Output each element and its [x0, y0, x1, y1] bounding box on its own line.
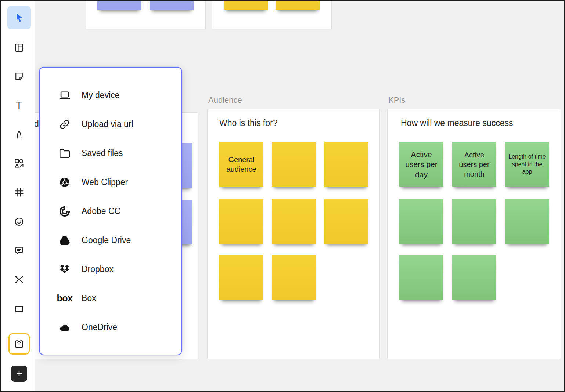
sticky-note[interactable] — [452, 255, 496, 300]
google-drive-icon — [58, 234, 71, 247]
menu-item-label: OneDrive — [82, 322, 117, 332]
pen-icon — [14, 129, 24, 139]
box-logo: box — [58, 292, 71, 305]
sticky-note[interactable] — [324, 142, 368, 187]
templates-icon — [14, 43, 24, 53]
menu-item-label: My device — [82, 90, 120, 100]
sticky-note[interactable]: Active users per day — [399, 142, 443, 187]
cursor-icon — [14, 12, 25, 23]
laptop-icon — [58, 89, 71, 102]
menu-item-label: Saved files — [82, 148, 123, 158]
sticky-text: Active users per day — [402, 149, 440, 179]
sticky-note[interactable] — [324, 199, 368, 244]
sticky-note[interactable] — [272, 142, 316, 187]
folder-icon — [58, 147, 71, 160]
sticky-text: Active users per month — [455, 150, 493, 179]
dropbox-icon — [58, 263, 71, 276]
menu-item-my-device[interactable]: My device — [40, 81, 181, 110]
upload-icon — [14, 339, 24, 349]
stickers-tool-button[interactable] — [10, 213, 28, 231]
whiteboard-app: d Audience Who is this for? General audi… — [0, 0, 565, 392]
sticky-note[interactable] — [219, 199, 263, 244]
menu-item-label: Box — [82, 293, 96, 303]
menu-item-upload-via-url[interactable]: Upload via url — [40, 110, 181, 139]
toolbar: T — [1, 1, 35, 391]
menu-item-label: Dropbox — [82, 264, 114, 274]
sticker-smiley-icon — [14, 217, 24, 227]
text-tool-button[interactable]: T — [10, 97, 28, 114]
menu-item-label: Upload via url — [82, 119, 133, 129]
sticky-note-tool-button[interactable] — [10, 68, 28, 85]
sticky-note[interactable] — [399, 255, 443, 300]
card-tool-button[interactable] — [10, 300, 28, 318]
sticky-note-icon — [14, 71, 24, 81]
sticky-note[interactable] — [150, 0, 194, 10]
onedrive-icon — [58, 321, 71, 334]
chrome-icon — [58, 176, 71, 189]
menu-item-saved-files[interactable]: Saved files — [40, 139, 181, 168]
menu-item-adobe-cc[interactable]: Adobe CC — [40, 197, 181, 226]
sticky-note[interactable] — [97, 0, 141, 10]
kpis-question-text[interactable]: How will we measure success — [401, 118, 513, 128]
connector-icon — [14, 275, 24, 285]
sticky-text: Length of time spent in the app — [508, 153, 546, 176]
sticky-note[interactable] — [219, 255, 263, 300]
sticky-note[interactable] — [452, 199, 496, 244]
upload-tool-button[interactable] — [8, 333, 30, 355]
frame-title-kpis[interactable]: KPIs — [388, 95, 405, 105]
menu-item-label: Google Drive — [82, 235, 131, 245]
sticky-note[interactable]: General audience — [219, 142, 263, 187]
sticky-note[interactable]: Active users per month — [452, 142, 496, 187]
shapes-tool-button[interactable] — [10, 155, 28, 172]
menu-item-box[interactable]: box Box — [40, 284, 181, 313]
menu-item-label: Adobe CC — [82, 206, 120, 216]
comment-tool-button[interactable] — [10, 242, 28, 259]
adobe-cc-icon — [58, 205, 71, 218]
sticky-note[interactable] — [505, 199, 549, 244]
connector-tool-button[interactable] — [10, 271, 28, 288]
frame-tool-button[interactable] — [10, 184, 28, 201]
plus-icon — [15, 369, 24, 378]
sticky-note[interactable] — [272, 255, 316, 300]
comment-icon — [14, 246, 24, 256]
audience-question-text[interactable]: Who is this for? — [219, 118, 278, 128]
frame-icon — [14, 187, 24, 197]
sticky-note[interactable] — [276, 0, 320, 10]
toolbar-divider — [12, 327, 26, 327]
sticky-note[interactable]: Length of time spent in the app — [505, 142, 549, 187]
templates-tool-button[interactable] — [10, 39, 28, 57]
link-icon — [58, 118, 71, 131]
select-tool-button[interactable] — [7, 6, 31, 29]
frame-title-audience[interactable]: Audience — [208, 95, 242, 105]
pen-tool-button[interactable] — [10, 126, 28, 143]
text-icon: T — [16, 100, 22, 111]
upload-menu: My device Upload via url Saved files — [39, 67, 182, 355]
menu-item-web-clipper[interactable]: Web Clipper — [40, 168, 181, 197]
add-tool-button[interactable] — [11, 366, 27, 382]
shapes-icon — [14, 158, 24, 168]
sticky-note[interactable] — [399, 199, 443, 244]
sticky-note[interactable] — [272, 199, 316, 244]
sticky-note[interactable] — [224, 0, 268, 10]
menu-item-dropbox[interactable]: Dropbox — [40, 255, 181, 284]
sticky-text: General audience — [222, 155, 260, 174]
menu-item-label: Web Clipper — [82, 177, 128, 187]
menu-item-google-drive[interactable]: Google Drive — [40, 226, 181, 255]
card-icon — [14, 304, 24, 314]
menu-item-onedrive[interactable]: OneDrive — [40, 313, 181, 342]
